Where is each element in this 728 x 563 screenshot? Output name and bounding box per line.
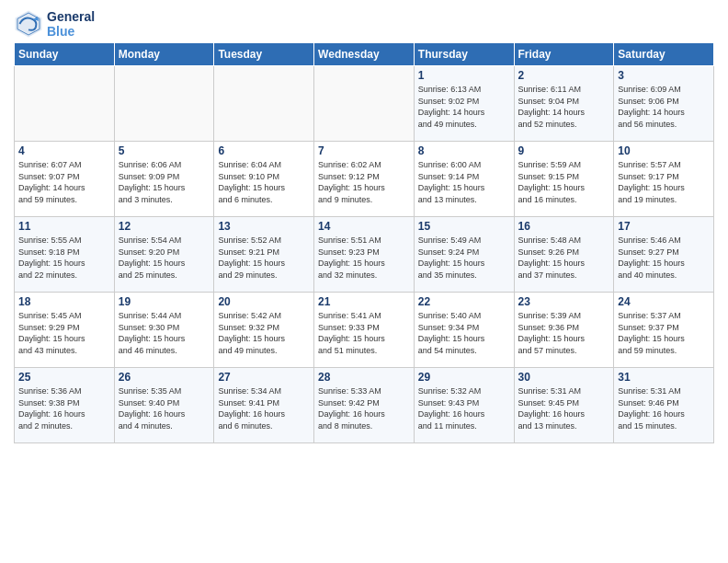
header: General Blue: [14, 9, 714, 39]
calendar-cell: 5Sunrise: 6:06 AMSunset: 9:09 PMDaylight…: [114, 142, 214, 217]
week-row-3: 11Sunrise: 5:55 AMSunset: 9:18 PMDayligh…: [15, 217, 714, 293]
day-header-friday: Friday: [514, 43, 614, 66]
day-number: 4: [18, 144, 110, 157]
calendar-cell: 13Sunrise: 5:52 AMSunset: 9:21 PMDayligh…: [214, 217, 314, 293]
day-number: 12: [119, 220, 210, 233]
calendar-header-row: SundayMondayTuesdayWednesdayThursdayFrid…: [15, 43, 714, 66]
calendar-cell: 3Sunrise: 6:09 AMSunset: 9:06 PMDaylight…: [614, 66, 714, 142]
day-info: Sunrise: 5:54 AMSunset: 9:20 PMDaylight:…: [119, 235, 210, 281]
calendar-cell: 9Sunrise: 5:59 AMSunset: 9:15 PMDaylight…: [514, 142, 614, 217]
calendar-cell: 22Sunrise: 5:40 AMSunset: 9:34 PMDayligh…: [414, 293, 514, 368]
calendar-cell: 29Sunrise: 5:32 AMSunset: 9:43 PMDayligh…: [414, 368, 514, 443]
calendar-table: SundayMondayTuesdayWednesdayThursdayFrid…: [14, 42, 714, 443]
day-info: Sunrise: 5:44 AMSunset: 9:30 PMDaylight:…: [119, 310, 210, 356]
calendar-cell: 28Sunrise: 5:33 AMSunset: 9:42 PMDayligh…: [314, 368, 415, 443]
day-info: Sunrise: 6:07 AMSunset: 9:07 PMDaylight:…: [18, 159, 110, 205]
day-info: Sunrise: 5:52 AMSunset: 9:21 PMDaylight:…: [218, 235, 310, 281]
day-number: 29: [418, 371, 510, 384]
day-info: Sunrise: 5:36 AMSunset: 9:38 PMDaylight:…: [18, 385, 110, 431]
day-number: 9: [518, 144, 610, 157]
page-container: General Blue SundayMondayTuesdayWednesda…: [0, 0, 728, 453]
day-info: Sunrise: 5:48 AMSunset: 9:26 PMDaylight:…: [518, 235, 610, 281]
day-number: 22: [418, 295, 510, 308]
calendar-cell: 1Sunrise: 6:13 AMSunset: 9:02 PMDaylight…: [414, 66, 514, 142]
day-number: 2: [518, 69, 610, 82]
day-info: Sunrise: 6:02 AMSunset: 9:12 PMDaylight:…: [318, 159, 410, 205]
day-header-monday: Monday: [114, 43, 214, 66]
calendar-cell: [114, 66, 214, 142]
calendar-cell: [314, 66, 415, 142]
logo-icon: [14, 9, 43, 39]
calendar-cell: 25Sunrise: 5:36 AMSunset: 9:38 PMDayligh…: [15, 368, 115, 443]
calendar-cell: 8Sunrise: 6:00 AMSunset: 9:14 PMDaylight…: [414, 142, 514, 217]
day-info: Sunrise: 5:33 AMSunset: 9:42 PMDaylight:…: [318, 385, 410, 431]
day-number: 24: [618, 295, 710, 308]
day-header-saturday: Saturday: [614, 43, 714, 66]
day-number: 21: [318, 295, 410, 308]
day-number: 8: [418, 144, 510, 157]
day-number: 20: [218, 295, 310, 308]
day-number: 18: [18, 295, 110, 308]
calendar-cell: 11Sunrise: 5:55 AMSunset: 9:18 PMDayligh…: [15, 217, 115, 293]
day-info: Sunrise: 5:41 AMSunset: 9:33 PMDaylight:…: [318, 310, 410, 356]
day-number: 3: [618, 69, 710, 82]
day-info: Sunrise: 5:37 AMSunset: 9:37 PMDaylight:…: [618, 310, 710, 356]
calendar-cell: 16Sunrise: 5:48 AMSunset: 9:26 PMDayligh…: [514, 217, 614, 293]
day-info: Sunrise: 5:31 AMSunset: 9:45 PMDaylight:…: [518, 385, 610, 431]
day-info: Sunrise: 5:32 AMSunset: 9:43 PMDaylight:…: [418, 385, 510, 431]
day-info: Sunrise: 5:39 AMSunset: 9:36 PMDaylight:…: [518, 310, 610, 356]
week-row-1: 1Sunrise: 6:13 AMSunset: 9:02 PMDaylight…: [15, 66, 714, 142]
calendar-cell: 23Sunrise: 5:39 AMSunset: 9:36 PMDayligh…: [514, 293, 614, 368]
day-info: Sunrise: 5:49 AMSunset: 9:24 PMDaylight:…: [418, 235, 510, 281]
day-number: 16: [518, 220, 610, 233]
day-header-sunday: Sunday: [15, 43, 115, 66]
day-header-tuesday: Tuesday: [214, 43, 314, 66]
day-number: 23: [518, 295, 610, 308]
calendar-cell: 17Sunrise: 5:46 AMSunset: 9:27 PMDayligh…: [614, 217, 714, 293]
svg-marker-0: [16, 11, 42, 38]
calendar-cell: 19Sunrise: 5:44 AMSunset: 9:30 PMDayligh…: [114, 293, 214, 368]
calendar-cell: 18Sunrise: 5:45 AMSunset: 9:29 PMDayligh…: [15, 293, 115, 368]
calendar-cell: 26Sunrise: 5:35 AMSunset: 9:40 PMDayligh…: [114, 368, 214, 443]
day-number: 31: [618, 371, 710, 384]
day-info: Sunrise: 6:09 AMSunset: 9:06 PMDaylight:…: [618, 84, 710, 130]
calendar-cell: 30Sunrise: 5:31 AMSunset: 9:45 PMDayligh…: [514, 368, 614, 443]
day-info: Sunrise: 5:51 AMSunset: 9:23 PMDaylight:…: [318, 235, 410, 281]
week-row-5: 25Sunrise: 5:36 AMSunset: 9:38 PMDayligh…: [15, 368, 714, 443]
calendar-cell: 6Sunrise: 6:04 AMSunset: 9:10 PMDaylight…: [214, 142, 314, 217]
day-info: Sunrise: 5:42 AMSunset: 9:32 PMDaylight:…: [218, 310, 310, 356]
calendar-cell: 10Sunrise: 5:57 AMSunset: 9:17 PMDayligh…: [614, 142, 714, 217]
day-header-thursday: Thursday: [414, 43, 514, 66]
day-number: 13: [218, 220, 310, 233]
day-number: 7: [318, 144, 410, 157]
day-header-wednesday: Wednesday: [314, 43, 415, 66]
day-number: 10: [618, 144, 710, 157]
calendar-cell: [15, 66, 115, 142]
day-number: 19: [119, 295, 210, 308]
day-number: 6: [218, 144, 310, 157]
day-info: Sunrise: 6:06 AMSunset: 9:09 PMDaylight:…: [119, 159, 210, 205]
day-info: Sunrise: 6:11 AMSunset: 9:04 PMDaylight:…: [518, 84, 610, 130]
calendar-cell: 15Sunrise: 5:49 AMSunset: 9:24 PMDayligh…: [414, 217, 514, 293]
calendar-cell: 31Sunrise: 5:31 AMSunset: 9:46 PMDayligh…: [614, 368, 714, 443]
day-info: Sunrise: 5:46 AMSunset: 9:27 PMDaylight:…: [618, 235, 710, 281]
day-info: Sunrise: 5:59 AMSunset: 9:15 PMDaylight:…: [518, 159, 610, 205]
day-info: Sunrise: 5:31 AMSunset: 9:46 PMDaylight:…: [618, 385, 710, 431]
day-info: Sunrise: 6:04 AMSunset: 9:10 PMDaylight:…: [218, 159, 310, 205]
logo: General Blue: [14, 9, 95, 39]
day-info: Sunrise: 5:35 AMSunset: 9:40 PMDaylight:…: [119, 385, 210, 431]
day-info: Sunrise: 5:40 AMSunset: 9:34 PMDaylight:…: [418, 310, 510, 356]
day-number: 14: [318, 220, 410, 233]
calendar-cell: [214, 66, 314, 142]
day-info: Sunrise: 5:34 AMSunset: 9:41 PMDaylight:…: [218, 385, 310, 431]
day-info: Sunrise: 5:57 AMSunset: 9:17 PMDaylight:…: [618, 159, 710, 205]
calendar-cell: 2Sunrise: 6:11 AMSunset: 9:04 PMDaylight…: [514, 66, 614, 142]
day-number: 1: [418, 69, 510, 82]
day-number: 17: [618, 220, 710, 233]
day-number: 30: [518, 371, 610, 384]
calendar-cell: 12Sunrise: 5:54 AMSunset: 9:20 PMDayligh…: [114, 217, 214, 293]
calendar-cell: 7Sunrise: 6:02 AMSunset: 9:12 PMDaylight…: [314, 142, 415, 217]
day-info: Sunrise: 5:55 AMSunset: 9:18 PMDaylight:…: [18, 235, 110, 281]
calendar-cell: 4Sunrise: 6:07 AMSunset: 9:07 PMDaylight…: [15, 142, 115, 217]
day-number: 25: [18, 371, 110, 384]
